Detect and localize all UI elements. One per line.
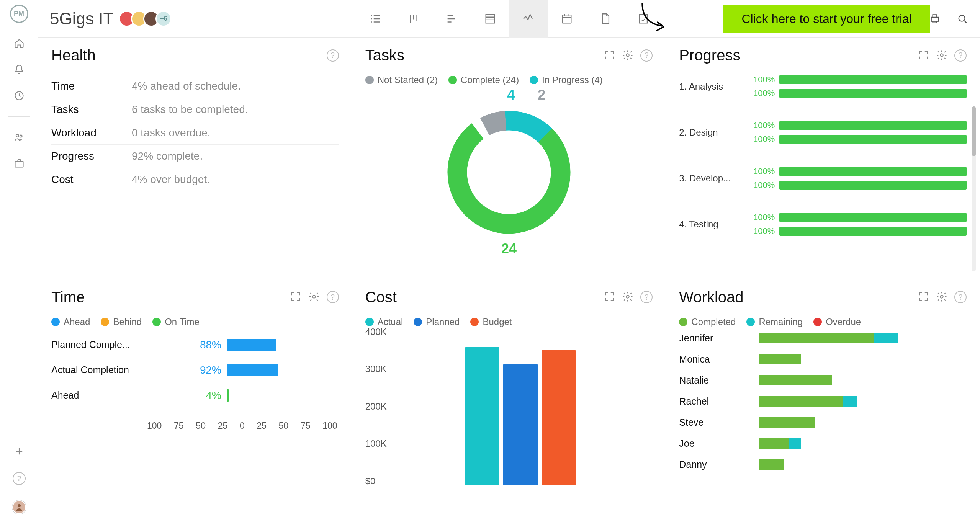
- legend-dot: [746, 318, 755, 326]
- avatar-more[interactable]: +6: [155, 11, 172, 27]
- view-board[interactable]: [394, 0, 433, 38]
- progress-bar: [779, 167, 967, 176]
- view-gantt[interactable]: [433, 0, 471, 38]
- scrollbar[interactable]: [972, 106, 976, 271]
- view-list[interactable]: [356, 0, 394, 38]
- legend-item[interactable]: Budget: [470, 317, 512, 327]
- legend-item[interactable]: Overdue: [813, 317, 861, 327]
- svg-rect-3: [15, 161, 23, 167]
- panel-title: Workload: [679, 289, 743, 306]
- search-icon[interactable]: [956, 13, 969, 25]
- workload-name: Rachel: [679, 396, 752, 407]
- cost-bar-budget: [542, 350, 576, 485]
- expand-icon[interactable]: [290, 291, 301, 302]
- workload-row: Joe: [679, 438, 967, 449]
- add-icon[interactable]: [14, 446, 25, 457]
- home-icon[interactable]: [14, 38, 25, 49]
- gear-icon[interactable]: [936, 291, 947, 302]
- panel-cost: Cost ? Actual Planned Budget 400K300K200: [352, 279, 666, 521]
- axis-tick: 25: [257, 421, 267, 431]
- donut-value-complete: 24: [501, 241, 517, 257]
- legend-dot: [365, 76, 374, 84]
- legend-label: Behind: [113, 317, 142, 327]
- donut-value-notstarted: 2: [538, 87, 545, 103]
- axis-tick: 100K: [365, 438, 387, 449]
- view-sheet[interactable]: [471, 0, 509, 38]
- progress-item: 2. Design 100% 100%: [679, 121, 967, 144]
- help-icon[interactable]: ?: [954, 291, 967, 303]
- legend-item[interactable]: Completed: [679, 317, 736, 327]
- workload-row: Natalie: [679, 375, 967, 386]
- workload-bar: [759, 459, 967, 470]
- team-icon[interactable]: [14, 132, 25, 143]
- workload-remaining: [843, 396, 857, 407]
- recent-icon[interactable]: [14, 90, 25, 101]
- workload-bar: [759, 333, 967, 343]
- user-avatar[interactable]: [12, 500, 26, 514]
- help-icon[interactable]: ?: [954, 49, 967, 62]
- progress-item: 4. Testing 100% 100%: [679, 212, 967, 236]
- expand-icon[interactable]: [604, 49, 615, 61]
- gear-icon[interactable]: [622, 49, 633, 61]
- help-icon[interactable]: ?: [640, 291, 653, 303]
- health-label: Workload: [51, 127, 132, 139]
- legend-item[interactable]: On Time: [152, 317, 200, 327]
- time-bar: [227, 339, 276, 351]
- legend-dot: [152, 318, 161, 326]
- progress-pct: 100%: [748, 212, 775, 222]
- workload-row: Steve: [679, 417, 967, 428]
- portfolio-icon[interactable]: [14, 158, 25, 169]
- gear-icon[interactable]: [622, 291, 633, 302]
- help-icon[interactable]: ?: [327, 49, 339, 62]
- expand-icon[interactable]: [918, 49, 929, 61]
- bell-icon[interactable]: [14, 64, 25, 75]
- gear-icon[interactable]: [936, 49, 947, 61]
- legend-dot: [530, 76, 538, 84]
- legend-item[interactable]: In Progress (4): [530, 75, 603, 85]
- gear-icon[interactable]: [308, 291, 320, 302]
- print-icon[interactable]: [929, 13, 941, 25]
- view-files[interactable]: [586, 0, 624, 38]
- member-avatars[interactable]: +6: [123, 11, 172, 27]
- workload-remaining: [789, 438, 801, 449]
- svg-rect-6: [562, 15, 571, 23]
- legend-item[interactable]: Behind: [101, 317, 142, 327]
- panel-health: Health ? Time 4% ahead of schedule. Task…: [38, 38, 352, 279]
- progress-bar: [779, 89, 967, 98]
- workload-bar: [759, 396, 967, 407]
- workload-row: Monica: [679, 354, 967, 365]
- workload-name: Joe: [679, 438, 752, 449]
- cost-bar-actual: [465, 347, 499, 485]
- legend-item[interactable]: Not Started (2): [365, 75, 438, 85]
- free-trial-banner[interactable]: Click here to start your free trial: [723, 5, 930, 33]
- legend-item[interactable]: Ahead: [51, 317, 90, 327]
- view-switcher: [356, 0, 663, 38]
- legend-item[interactable]: Actual: [365, 317, 403, 327]
- view-dashboard[interactable]: [509, 0, 548, 38]
- legend-item[interactable]: Complete (24): [448, 75, 519, 85]
- health-value: 0 tasks overdue.: [132, 127, 210, 139]
- workload-row: Jennifer: [679, 333, 967, 344]
- health-row: Cost 4% over budget.: [51, 168, 339, 191]
- workload-completed: [759, 459, 784, 470]
- expand-icon[interactable]: [604, 291, 615, 302]
- workload-name: Natalie: [679, 375, 752, 386]
- view-calendar[interactable]: [548, 0, 586, 38]
- help-icon[interactable]: ?: [327, 291, 339, 303]
- help-icon[interactable]: ?: [640, 49, 653, 62]
- legend-label: Ahead: [64, 317, 90, 327]
- expand-icon[interactable]: [918, 291, 929, 302]
- panel-title: Health: [51, 47, 96, 64]
- workload-name: Jennifer: [679, 333, 752, 344]
- axis-tick: 300K: [365, 364, 387, 374]
- cost-bar-planned: [503, 364, 538, 485]
- panel-workload: Workload ? Completed Remaining Overdue J…: [666, 279, 980, 521]
- legend-item[interactable]: Remaining: [746, 317, 803, 327]
- workload-bar: [759, 438, 967, 449]
- health-label: Time: [51, 80, 132, 92]
- topbar: 5Gigs IT +6 Click here to start your fre…: [38, 0, 980, 38]
- help-icon[interactable]: ?: [13, 472, 26, 485]
- legend-dot: [679, 318, 687, 326]
- progress-bar: [779, 75, 967, 84]
- legend-item[interactable]: Planned: [414, 317, 460, 327]
